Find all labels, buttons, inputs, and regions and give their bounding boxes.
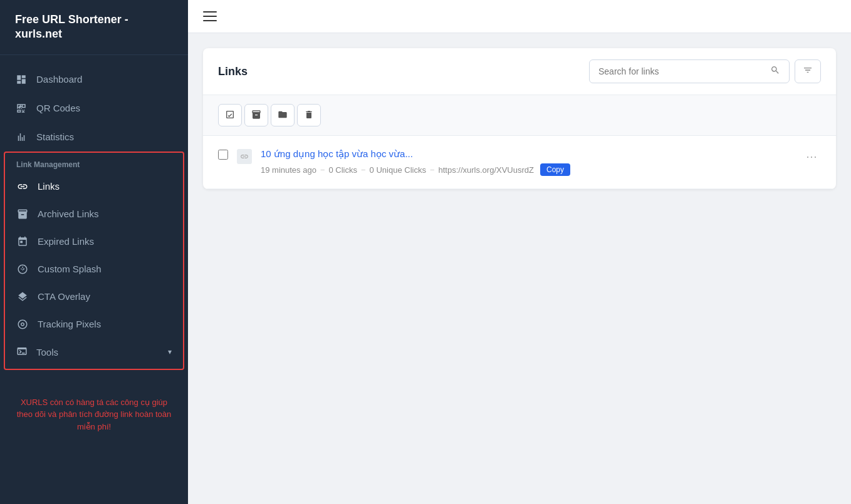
sidebar-item-tracking-pixels[interactable]: Tracking Pixels: [5, 311, 183, 338]
sidebar-item-custom-splash[interactable]: Custom Splash: [5, 255, 183, 283]
table-row: 10 ứng dụng học tập vừa học vừa... 19 mi…: [203, 136, 836, 189]
toolbar: [203, 95, 836, 136]
select-all-button[interactable]: [218, 104, 242, 126]
link-clicks: 0 Clicks: [329, 165, 358, 175]
links-list: 10 ứng dụng học tập vừa học vừa... 19 mi…: [203, 136, 836, 189]
sidebar-item-label: Expired Links: [38, 236, 94, 247]
sidebar-item-tools[interactable]: Tools ▾: [5, 338, 183, 366]
link-meta: 19 minutes ago − 0 Clicks − 0 Unique Cli…: [261, 163, 795, 176]
promo-text: XURLS còn có hàng tá các công cụ giúp th…: [0, 386, 188, 448]
qr-icon: [15, 102, 28, 115]
calendar-icon: [16, 235, 29, 248]
search-icon-button[interactable]: [770, 65, 780, 78]
main-content: Links: [188, 0, 851, 504]
sidebar-item-label: Links: [38, 181, 60, 192]
dashboard-icon: [15, 73, 28, 86]
sidebar-item-label: Custom Splash: [38, 264, 102, 274]
target-icon: [16, 318, 29, 331]
sidebar-item-links[interactable]: Links: [5, 173, 183, 200]
delete-button[interactable]: [297, 104, 321, 126]
sidebar-item-label: Statistics: [36, 131, 74, 142]
hamburger-menu[interactable]: [201, 9, 219, 24]
sidebar-item-expired-links[interactable]: Expired Links: [5, 228, 183, 255]
link-management-group: Link Management Links Archived Links: [4, 152, 184, 370]
terminal-icon: [16, 346, 28, 359]
sidebar-item-statistics[interactable]: Statistics: [0, 123, 188, 152]
page-title: Links: [218, 65, 248, 78]
archive-button[interactable]: [244, 104, 268, 126]
stats-icon: [15, 131, 28, 143]
sidebar-item-label: Tools: [36, 347, 58, 357]
links-card: Links: [203, 48, 836, 189]
copy-button[interactable]: Copy: [540, 163, 570, 176]
link-checkbox[interactable]: [218, 150, 228, 160]
archive-icon: [16, 208, 29, 220]
search-area: [589, 59, 821, 83]
link-actions-menu[interactable]: ⋯: [803, 150, 821, 163]
content-area: Links: [188, 33, 851, 504]
app-logo: Free URL Shortener - xurls.net: [0, 0, 188, 55]
filter-button[interactable]: [795, 59, 821, 83]
sidebar-item-archived-links[interactable]: Archived Links: [5, 200, 183, 228]
sidebar-item-dashboard[interactable]: Dashboard: [0, 65, 188, 94]
link-management-label: Link Management: [5, 153, 183, 173]
sidebar-item-cta-overlay[interactable]: CTA Overlay: [5, 283, 183, 311]
sidebar-nav: Dashboard QR Codes Statistics Link Manag…: [0, 55, 188, 386]
link-icon: [16, 180, 29, 193]
splash-icon: [16, 263, 29, 275]
topbar: [188, 0, 851, 33]
app-title: Free URL Shortener - xurls.net: [15, 13, 173, 42]
sidebar-item-label: QR Codes: [36, 103, 80, 113]
sidebar-item-label: CTA Overlay: [38, 291, 90, 302]
link-unique-clicks: 0 Unique Clicks: [370, 165, 426, 175]
link-info: 10 ứng dụng học tập vừa học vừa... 19 mi…: [261, 148, 795, 176]
sidebar-item-label: Tracking Pixels: [38, 319, 101, 329]
sidebar: Free URL Shortener - xurls.net Dashboard…: [0, 0, 188, 504]
link-url: https://xurls.org/XVUusrdZ: [439, 165, 534, 175]
link-time: 19 minutes ago: [261, 165, 316, 175]
layers-icon: [16, 291, 29, 303]
chevron-down-icon: ▾: [168, 347, 172, 356]
search-box: [589, 59, 790, 83]
sidebar-item-label: Archived Links: [38, 208, 99, 219]
sidebar-item-label: Dashboard: [36, 74, 82, 85]
sidebar-item-qr-codes[interactable]: QR Codes: [0, 94, 188, 123]
links-header: Links: [203, 48, 836, 95]
search-input[interactable]: [598, 66, 765, 76]
folder-button[interactable]: [271, 104, 295, 126]
link-title[interactable]: 10 ứng dụng học tập vừa học vừa...: [261, 148, 413, 159]
link-favicon: [237, 149, 252, 164]
